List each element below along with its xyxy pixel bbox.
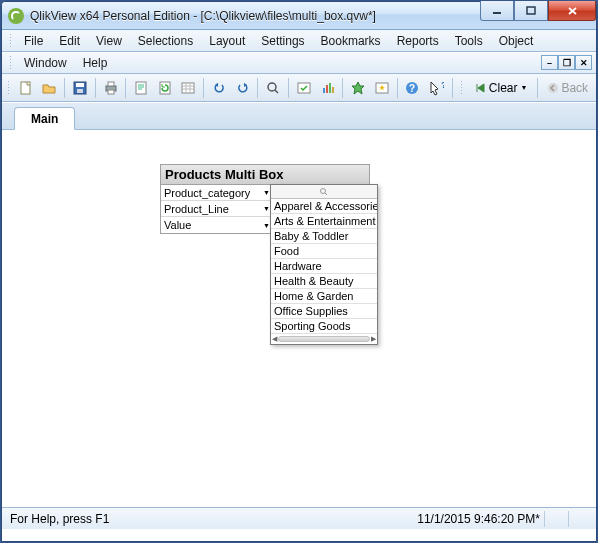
toolbar-separator [342,78,343,98]
toolbar-grip-icon[interactable] [7,80,11,96]
dropdown-item[interactable]: Food [271,244,377,259]
svg-rect-5 [77,89,83,93]
svg-point-12 [268,83,276,91]
mdi-restore-button[interactable]: ❐ [558,55,575,70]
back-icon [547,82,559,94]
sheet-canvas[interactable]: Products Multi Box Product_category ▼ Pr… [2,130,596,508]
dropdown-item[interactable]: Baby & Toddler [271,229,377,244]
nav-group: Clear ▼ Back [452,78,594,98]
menu-settings[interactable]: Settings [253,32,312,50]
toolbar-separator [125,78,126,98]
dropdown-item[interactable]: Office Supplies [271,304,377,319]
menu-edit[interactable]: Edit [51,32,88,50]
multibox-dropdown[interactable]: Apparel & Accessories Arts & Entertainme… [270,184,378,345]
help-icon[interactable]: ? [402,77,424,99]
script-icon[interactable] [130,77,152,99]
menu-object[interactable]: Object [491,32,542,50]
dropdown-item[interactable]: Health & Beauty [271,274,377,289]
table-icon[interactable] [178,77,200,99]
menu-tools[interactable]: Tools [447,32,491,50]
svg-rect-8 [108,90,114,94]
svg-rect-0 [493,12,501,14]
sheet-tabstrip: Main [2,102,596,130]
menu-reports[interactable]: Reports [389,32,447,50]
toolbar-separator [257,78,258,98]
svg-rect-1 [527,7,535,14]
toolbar-separator [64,78,65,98]
svg-rect-7 [108,82,114,86]
status-box [568,511,592,527]
svg-point-22 [548,83,558,93]
whatsthis-icon[interactable]: ? [425,77,447,99]
window-controls [480,1,596,21]
svg-rect-11 [182,83,194,93]
menu-layout[interactable]: Layout [201,32,253,50]
svg-rect-14 [323,88,325,93]
mdi-close-button[interactable]: ✕ [575,55,592,70]
menu-help[interactable]: Help [75,54,116,72]
redo-icon[interactable] [232,77,254,99]
toolbar-separator [537,78,538,98]
mdi-minimize-button[interactable]: – [541,55,558,70]
search-icon[interactable] [262,77,284,99]
search-icon [319,187,329,197]
dropdown-icon: ▼ [520,84,527,91]
menu-view[interactable]: View [88,32,130,50]
toolbar-grip-icon[interactable] [9,33,13,49]
app-icon [8,8,24,24]
toolbar-separator [288,78,289,98]
dropdown-item[interactable]: Sporting Goods [271,319,377,334]
field-label: Value [161,219,261,231]
dropdown-search[interactable] [271,185,377,199]
svg-rect-15 [326,85,328,93]
toolbar-grip-icon[interactable] [9,55,13,71]
menu-selections[interactable]: Selections [130,32,201,50]
statusbar: For Help, press F1 11/1/2015 9:46:20 PM* [2,508,596,529]
toolbar-grip-icon[interactable] [460,80,464,96]
dropdown-item[interactable]: Apparel & Accessories [271,199,377,214]
dropdown-item[interactable]: Arts & Entertainment [271,214,377,229]
print-icon[interactable] [100,77,122,99]
back-label: Back [561,81,588,95]
scroll-left-icon[interactable]: ◀ [271,335,278,343]
menu-window[interactable]: Window [16,54,75,72]
chart-icon[interactable] [317,77,339,99]
save-icon[interactable] [69,77,91,99]
minimize-button[interactable] [480,1,514,21]
maximize-button[interactable] [514,1,548,21]
menu-file[interactable]: File [16,32,51,50]
svg-rect-9 [136,82,146,94]
multibox-title[interactable]: Products Multi Box [161,165,369,185]
bookmark-add-icon[interactable] [347,77,369,99]
field-label: Product_Line [161,203,261,215]
status-help: For Help, press F1 [6,512,113,526]
tab-main[interactable]: Main [14,107,75,130]
toolbar-separator [203,78,204,98]
titlebar[interactable]: QlikView x64 Personal Edition - [C:\Qlik… [2,2,596,30]
dropdown-item[interactable]: Home & Garden [271,289,377,304]
window-title: QlikView x64 Personal Edition - [C:\Qlik… [30,9,376,23]
menu-bookmarks[interactable]: Bookmarks [313,32,389,50]
svg-rect-2 [21,82,30,94]
selections-icon[interactable] [293,77,315,99]
close-button[interactable] [548,1,596,21]
clear-first-icon [474,82,486,94]
undo-icon[interactable] [208,77,230,99]
svg-rect-17 [332,87,334,93]
dropdown-hscroll[interactable]: ◀ ▶ [271,334,377,344]
status-datetime: 11/1/2015 9:46:20 PM* [413,512,544,526]
new-file-icon[interactable] [15,77,37,99]
svg-rect-4 [76,83,84,87]
back-button[interactable]: Back [541,79,594,97]
dropdown-item[interactable]: Hardware [271,259,377,274]
bookmark-list-icon[interactable] [371,77,393,99]
svg-rect-16 [329,83,331,93]
scroll-right-icon[interactable]: ▶ [370,335,377,343]
toolbar-separator [397,78,398,98]
open-file-icon[interactable] [39,77,61,99]
menubar: File Edit View Selections Layout Setting… [2,30,596,52]
scroll-track[interactable] [278,336,370,342]
svg-point-23 [321,188,326,193]
reload-icon[interactable] [154,77,176,99]
clear-button[interactable]: Clear ▼ [467,78,535,98]
